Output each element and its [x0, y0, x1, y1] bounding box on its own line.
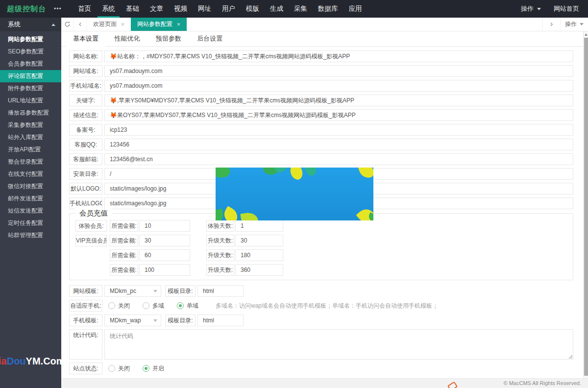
site-domain-input[interactable] — [104, 65, 573, 77]
site-home-link[interactable]: 网站首页 — [554, 4, 579, 13]
sidebar-item-offsite-storage[interactable]: 站外入库配置 — [0, 131, 61, 144]
vertical-scrollbar[interactable] — [583, 31, 588, 378]
caret-down-icon — [153, 319, 157, 322]
member-row-trial: 体验会员: 所需金额: 体验天数: — [75, 220, 573, 232]
nav-item-template[interactable]: 模版 — [241, 0, 265, 18]
sidebar-item-online-payment[interactable]: 在线支付配置 — [0, 168, 61, 180]
open-tabs: 欢迎页面 × 网站参数配置 × — [87, 18, 187, 31]
radio-unchecked-icon[interactable] — [108, 365, 115, 372]
close-icon[interactable]: × — [177, 21, 180, 28]
radio-close[interactable]: 关闭 — [108, 302, 130, 310]
mobile-domain-input[interactable] — [104, 80, 573, 92]
radio-checked-icon[interactable] — [143, 365, 149, 372]
sidebar-item-comment-config[interactable]: 评论留言配置 — [0, 70, 61, 82]
refresh-icon — [64, 21, 71, 27]
site-template-select[interactable]: MDkm_pc — [104, 285, 161, 297]
nav-item-database[interactable]: 数据库 — [313, 0, 343, 18]
nav-item-collect[interactable]: 采集 — [289, 0, 313, 18]
sidebar-item-url-config[interactable]: URL地址配置 — [0, 95, 61, 107]
tab-welcome-label: 欢迎页面 — [93, 20, 117, 28]
nav-item-system[interactable]: 系统 — [97, 0, 121, 18]
empty-member-label — [75, 249, 107, 261]
sidebar-item-site-group[interactable]: 站群管理配置 — [0, 229, 61, 242]
tabbar-right-controls: › 操作 — [542, 18, 588, 31]
trial-amount-input[interactable] — [139, 220, 190, 232]
vip2-days-input[interactable] — [235, 249, 283, 261]
description-input[interactable] — [104, 109, 573, 121]
tab-performance[interactable]: 性能优化 — [107, 31, 147, 46]
close-icon[interactable]: × — [121, 21, 124, 28]
vip3-days-input[interactable] — [235, 264, 283, 276]
sidebar-item-player-params[interactable]: 播放器参数配置 — [0, 107, 61, 119]
sidebar-item-site-params[interactable]: 网站参数配置 — [0, 33, 61, 46]
form-row-site-status: 站点状态: 关闭 开启 — [69, 363, 573, 374]
sidebar-item-open-api[interactable]: 开放API配置 — [0, 144, 61, 156]
sidebar-item-wechat[interactable]: 微信对接配置 — [0, 180, 61, 193]
sidebar-item-sms[interactable]: 短信发送配置 — [0, 205, 61, 217]
nav-item-user[interactable]: 用户 — [217, 0, 241, 18]
radio-single-domain[interactable]: 单域 — [177, 302, 198, 310]
tab-backend-settings[interactable]: 后台设置 — [190, 31, 229, 46]
radio-multi-domain[interactable]: 多域 — [143, 302, 164, 310]
tab-reserved-params[interactable]: 预留参数 — [149, 31, 188, 46]
template-dir-input[interactable] — [197, 285, 244, 297]
scrollbar-up-arrow-icon[interactable] — [584, 33, 588, 36]
refresh-button[interactable] — [61, 18, 74, 31]
form-row-stats: 统计代码: — [69, 329, 573, 360]
vip3-amount-input[interactable] — [139, 264, 190, 276]
radio-unchecked-icon[interactable] — [108, 302, 115, 309]
sidebar-header[interactable]: 系统 — [0, 18, 61, 31]
site-name-input[interactable] — [104, 50, 573, 62]
form-row-keywords: 关键字: — [69, 95, 573, 106]
collapse-arrow-icon — [51, 24, 55, 26]
top-nav: 首页 系统 基础 文章 视频 网址 用户 模版 生成 采集 数据库 应用 — [73, 0, 368, 18]
radio-status-open[interactable]: 开启 — [143, 364, 164, 373]
sidebar-item-cron[interactable]: 定时任务配置 — [0, 217, 61, 229]
vip1-days-input[interactable] — [235, 235, 283, 246]
icp-label: 备案号: — [69, 124, 102, 136]
topbar-action-dropdown[interactable]: 操作 — [521, 4, 541, 13]
tab-scroll-right-button[interactable]: › — [542, 18, 560, 31]
radio-unchecked-icon[interactable] — [143, 302, 149, 309]
member-row-vip1: VIP充值会员: 所需金额: 升级天数: — [75, 235, 573, 246]
nav-item-basic[interactable]: 基础 — [121, 0, 145, 18]
amount-label: 所需金额: — [110, 235, 138, 246]
sidebar-item-attachment-params[interactable]: 附件参数配置 — [0, 82, 61, 95]
stats-code-textarea[interactable] — [104, 329, 573, 360]
nav-item-app[interactable]: 应用 — [343, 0, 368, 18]
trial-days-input[interactable] — [235, 220, 283, 232]
icp-input[interactable] — [104, 124, 573, 136]
service-qq-input[interactable] — [104, 139, 573, 150]
mobile-template-dir-input[interactable] — [197, 315, 244, 326]
caret-down-icon — [537, 8, 541, 10]
vip1-amount-input[interactable] — [139, 235, 190, 246]
tab-welcome[interactable]: 欢迎页面 × — [87, 18, 131, 31]
tab-scroll-left-button[interactable]: ‹ — [74, 18, 87, 31]
sidebar-item-collect-params[interactable]: 采集参数配置 — [0, 119, 61, 131]
nav-item-article[interactable]: 文章 — [145, 0, 169, 18]
sidebar-item-member-params[interactable]: 会员参数配置 — [0, 58, 61, 70]
nav-item-home[interactable]: 首页 — [73, 0, 97, 18]
site-domain-label: 网站域名: — [69, 65, 102, 77]
ellipsis-icon[interactable]: ••• — [54, 5, 69, 12]
sidebar-item-email[interactable]: 邮件发送配置 — [0, 193, 61, 205]
keywords-input[interactable] — [104, 95, 573, 106]
radio-checked-icon[interactable] — [177, 302, 184, 309]
sidebar-item-integrated-login[interactable]: 整合登录配置 — [0, 156, 61, 168]
vip2-amount-input[interactable] — [139, 249, 190, 261]
scrollbar-thumb[interactable] — [584, 38, 588, 376]
radio-status-close[interactable]: 关闭 — [108, 364, 130, 373]
sidebar-item-seo-params[interactable]: SEO参数配置 — [0, 46, 61, 58]
tab-site-params[interactable]: 网站参数配置 × — [131, 18, 187, 31]
nav-item-website[interactable]: 网址 — [193, 0, 217, 18]
mobile-template-select[interactable]: MDkm_wap — [104, 315, 161, 326]
tab-basic-settings[interactable]: 基本设置 — [66, 31, 105, 46]
form-row-icp: 备案号: — [69, 124, 573, 136]
tab-action-dropdown[interactable]: 操作 — [560, 18, 588, 31]
vip2-days-label: 升级天数: — [206, 249, 234, 261]
service-email-input[interactable] — [104, 153, 573, 165]
amount-label: 所需金额: — [110, 264, 138, 276]
nav-item-video[interactable]: 视频 — [169, 0, 193, 18]
nav-item-generate[interactable]: 生成 — [265, 0, 289, 18]
radio-single-domain-label: 单域 — [187, 302, 198, 310]
